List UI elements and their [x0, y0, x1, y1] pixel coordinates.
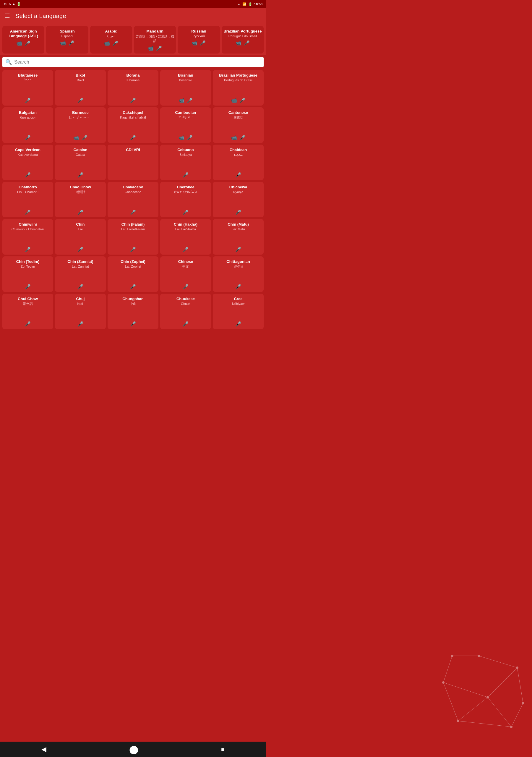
language-card[interactable]: ChujKoti'🎤 — [55, 294, 106, 329]
search-bar[interactable]: 🔍 — [2, 57, 264, 67]
microphone-icon[interactable]: 🎤 — [156, 45, 162, 51]
featured-language-card[interactable]: SpanishEspañol📹🎤 — [46, 26, 88, 53]
microphone-icon[interactable]: 🎤 — [77, 247, 83, 252]
microphone-icon[interactable]: 🎤 — [244, 40, 250, 46]
language-card[interactable]: CebuanoBinisaya🎤 — [160, 145, 211, 180]
featured-language-card[interactable]: Arabicالعربية📹🎤 — [90, 26, 132, 53]
microphone-icon[interactable]: 🎤 — [68, 40, 74, 46]
microphone-icon[interactable]: 🎤 — [183, 321, 189, 327]
microphone-icon[interactable]: 🎤 — [130, 247, 136, 252]
video-icon[interactable]: 📹 — [236, 40, 242, 46]
video-icon[interactable]: 📹 — [231, 135, 237, 140]
language-card[interactable]: Bulgarianбългарски🎤 — [2, 107, 53, 143]
language-card[interactable]: Chin (Falam)Lai: Laizo/Falam🎤 — [107, 219, 159, 255]
microphone-icon[interactable]: 🎤 — [183, 209, 189, 215]
microphone-icon[interactable]: 🎤 — [183, 247, 189, 252]
microphone-icon[interactable]: 🎤 — [77, 172, 83, 178]
language-card[interactable]: Chungshan中山🎤 — [107, 294, 159, 329]
language-card[interactable]: CreeNēhiyaw🎤 — [213, 294, 264, 329]
language-card[interactable]: Chin (Hakha)Lai: Lai/Hakha🎤 — [160, 219, 211, 255]
microphone-icon[interactable]: 🎤 — [183, 284, 189, 289]
language-card[interactable]: CatalanCatalà🎤 — [55, 145, 106, 180]
microphone-icon[interactable]: 🎤 — [130, 284, 136, 289]
microphone-icon[interactable]: 🎤 — [235, 209, 241, 215]
microphone-icon[interactable]: 🎤 — [239, 98, 245, 103]
wifi-icon: ▲ — [237, 2, 241, 6]
language-card[interactable]: ChichewaNyanja🎤 — [213, 182, 264, 217]
featured-language-card[interactable]: Mandarin普通话，国语 / 普通話，國語📹🎤 — [134, 26, 176, 53]
microphone-icon[interactable]: 🎤 — [235, 284, 241, 289]
video-icon[interactable]: 📹 — [192, 40, 197, 46]
featured-language-card[interactable]: Brazilian PortuguesePortuguês do Brasil📹… — [222, 26, 264, 53]
language-card[interactable]: CDI VRI — [107, 145, 159, 180]
video-icon[interactable]: 📹 — [179, 135, 185, 140]
language-card[interactable]: Chittagonianচাটগাঁইয়া🎤 — [213, 257, 264, 292]
microphone-icon[interactable]: 🎤 — [24, 41, 30, 46]
language-icons-row: 📹🎤 — [236, 40, 250, 46]
microphone-icon[interactable]: 🎤 — [77, 98, 83, 103]
microphone-icon[interactable]: 🎤 — [77, 321, 83, 327]
language-card[interactable]: CherokeeᏣᎳᎩ ᎦᏬᏂᎯᏍᏗ🎤 — [160, 182, 211, 217]
language-card[interactable]: Chin (Zanniat)Lai: Zanniat🎤 — [55, 257, 106, 292]
language-card[interactable]: Cambodianភាសាខ្មែរ📹🎤 — [160, 107, 211, 143]
microphone-icon[interactable]: 🎤 — [187, 135, 193, 140]
microphone-icon[interactable]: 🎤 — [235, 172, 241, 178]
microphone-icon[interactable]: 🎤 — [187, 98, 193, 103]
microphone-icon[interactable]: 🎤 — [130, 321, 136, 327]
microphone-icon[interactable]: 🎤 — [25, 284, 31, 289]
language-card[interactable]: ChavacanoChabacano🎤 — [107, 182, 159, 217]
microphone-icon[interactable]: 🎤 — [130, 209, 136, 215]
microphone-icon[interactable]: 🎤 — [200, 40, 206, 46]
language-card[interactable]: Cape VerdeanKabuverdianu🎤 — [2, 145, 53, 180]
language-card[interactable]: ChamorroFinu' Chamoru🎤 — [2, 182, 53, 217]
microphone-icon[interactable]: 🎤 — [25, 98, 31, 103]
microphone-icon[interactable]: 🎤 — [130, 98, 136, 103]
microphone-icon[interactable]: 🎤 — [239, 135, 245, 140]
video-icon[interactable]: 📹 — [179, 98, 185, 103]
microphone-icon[interactable]: 🎤 — [235, 321, 241, 327]
language-card[interactable]: Burmeseမြန်မာဘာသာ📹🎤 — [55, 107, 106, 143]
language-card[interactable]: Chinese中文🎤 — [160, 257, 211, 292]
video-icon[interactable]: 📹 — [148, 45, 154, 51]
language-card[interactable]: BosnianBosanski📹🎤 — [160, 70, 211, 106]
language-name: Chin (Matu) — [227, 222, 249, 227]
language-card[interactable]: Chin (Zophei)Lai: Zophei🎤 — [107, 257, 159, 292]
video-icon[interactable]: 📹 — [104, 41, 110, 46]
language-card[interactable]: Chin (Tedim)Zo: Tedim🎤 — [2, 257, 53, 292]
language-card[interactable]: ChuukeseChuuk🎤 — [160, 294, 211, 329]
featured-language-card[interactable]: RussianРусский📹🎤 — [178, 26, 220, 53]
video-icon[interactable]: 📹 — [60, 40, 66, 46]
language-card[interactable]: BikolBikol🎤 — [55, 70, 106, 106]
video-icon[interactable]: 📹 — [231, 98, 237, 103]
microphone-icon[interactable]: 🎤 — [112, 41, 118, 46]
microphone-icon[interactable]: 🎤 — [25, 172, 31, 178]
microphone-icon[interactable]: 🎤 — [130, 135, 136, 140]
language-card[interactable]: Cantonese廣東話📹🎤 — [213, 107, 264, 143]
video-icon[interactable]: 📹 — [16, 41, 22, 46]
microphone-icon[interactable]: 🎤 — [25, 209, 31, 215]
microphone-icon[interactable]: 🎤 — [25, 321, 31, 327]
language-card[interactable]: BoranaKiborana🎤 — [107, 70, 159, 106]
search-input[interactable] — [14, 59, 261, 65]
microphone-icon[interactable]: 🎤 — [183, 172, 189, 178]
language-card[interactable]: ChimwiiniChimwiini / Chimbalazi🎤 — [2, 219, 53, 255]
microphone-icon[interactable]: 🎤 — [25, 135, 31, 140]
microphone-icon[interactable]: 🎤 — [77, 209, 83, 215]
hamburger-menu-icon[interactable]: ☰ — [5, 13, 10, 19]
language-card[interactable]: Chaldeanܚܠܕܝܐ🎤 — [213, 145, 264, 180]
language-card[interactable]: Chui Chow潮州話🎤 — [2, 294, 53, 329]
microphone-icon[interactable]: 🎤 — [81, 135, 87, 140]
microphone-icon[interactable]: 🎤 — [25, 247, 31, 252]
language-card[interactable]: Chin (Matu)Lai: Matu🎤 — [213, 219, 264, 255]
video-icon[interactable]: 📹 — [73, 135, 79, 140]
language-card[interactable]: Brazilian PortuguesePortuguês do Brasil📹… — [213, 70, 264, 106]
featured-language-card[interactable]: American Sign Language (ASL)📹🎤 — [2, 26, 44, 53]
language-card[interactable]: ChinLai🎤 — [55, 219, 106, 255]
language-card[interactable]: Bhutaneseཇོང་ཁ🎤 — [2, 70, 53, 106]
microphone-icon[interactable]: 🎤 — [77, 284, 83, 289]
language-icons-row: 🎤 — [130, 282, 136, 289]
language-name: Chin — [76, 222, 85, 227]
microphone-icon[interactable]: 🎤 — [235, 247, 241, 252]
language-card[interactable]: Chao Chow潮州話🎤 — [55, 182, 106, 217]
language-card[interactable]: CakchiquelKaqchikel ch'ab'äl🎤 — [107, 107, 159, 143]
